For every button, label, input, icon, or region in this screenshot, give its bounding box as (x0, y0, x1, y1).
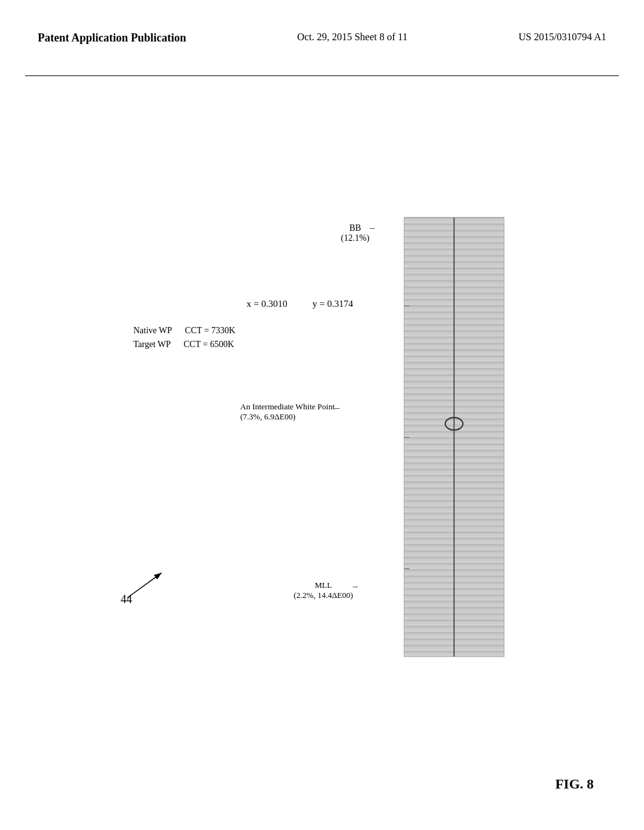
target-wp-label: Target WP (133, 340, 170, 349)
mll-tick (353, 587, 358, 587)
reference-arrow-area: 44 (121, 567, 171, 607)
native-wp-label: Native WP (133, 326, 172, 335)
mll-label: MLL (294, 580, 353, 590)
mll-coords: (2.2%, 14.4ΔE00) (294, 590, 353, 600)
tick-mark-2 (404, 437, 409, 438)
tick-mark-1 (404, 306, 409, 306)
bb-label: BB (341, 223, 370, 233)
figure-label: FIG. 8 (555, 776, 594, 792)
y-coordinate: y = 0.3174 (313, 299, 353, 309)
publication-date-sheet: Oct. 29, 2015 Sheet 8 of 11 (297, 31, 408, 43)
bb-annotation: BB (12.1%) (341, 223, 370, 243)
tick-mark-3 (404, 568, 409, 569)
intermediate-coords: (7.3%, 6.9ΔE00) (240, 412, 335, 422)
bb-tick (370, 228, 375, 229)
color-strip (404, 217, 504, 657)
intermediate-annotation: An Intermediate White Point (7.3%, 6.9ΔE… (240, 402, 335, 422)
native-wp-row: Native WP CCT = 7330K (133, 324, 235, 338)
mll-annotation: MLL (2.2%, 14.4ΔE00) (294, 580, 353, 600)
reference-number: 44 (121, 593, 132, 606)
coordinates-display: x = 0.3010 y = 0.3174 (247, 299, 353, 309)
target-wp-cct: CCT = 6500K (184, 340, 234, 349)
page-header: Patent Application Publication Oct. 29, … (0, 31, 644, 45)
bb-coords: (12.1%) (341, 233, 370, 243)
wp-annotations: Native WP CCT = 7330K Target WP CCT = 65… (133, 324, 235, 352)
main-content: 44 Native WP CCT = 7330K Target WP CCT =… (0, 94, 644, 780)
publication-number: US 2015/0310794 A1 (518, 31, 606, 43)
svg-line-1 (127, 573, 162, 598)
intermediate-white-point-marker (445, 417, 464, 431)
intermediate-label: An Intermediate White Point (240, 402, 335, 412)
x-coordinate: x = 0.3010 (247, 299, 287, 309)
native-wp-cct: CCT = 7330K (185, 326, 235, 335)
header-divider (25, 75, 619, 76)
center-line (453, 218, 455, 656)
target-wp-row: Target WP CCT = 6500K (133, 338, 235, 351)
color-strip-wrapper: BB (12.1%) An Intermediate White Point (… (391, 217, 504, 657)
publication-title: Patent Application Publication (38, 31, 186, 45)
intermediate-tick (335, 408, 340, 409)
figure-container: 44 Native WP CCT = 7330K Target WP CCT =… (102, 129, 542, 745)
